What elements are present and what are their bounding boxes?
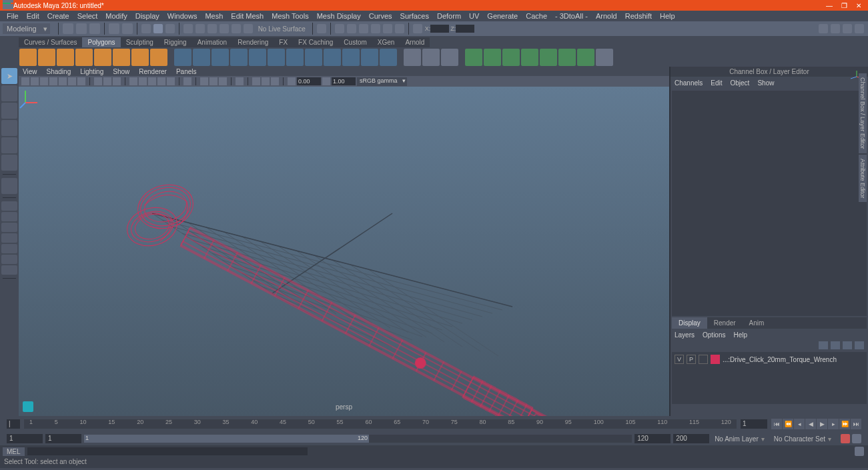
range-end-inner[interactable]: 120 <box>634 434 671 443</box>
vp-gamma2-icon[interactable] <box>322 77 330 85</box>
layer-new-empty-icon[interactable] <box>843 341 852 349</box>
vp-image-plane-icon[interactable] <box>49 77 57 85</box>
sculpt-icon[interactable] <box>558 49 576 66</box>
menu-surfaces[interactable]: Surfaces <box>396 12 433 20</box>
menu-create[interactable]: Create <box>43 12 73 20</box>
rp-tab-show[interactable]: Show <box>757 79 774 87</box>
vp-gamma-input[interactable] <box>332 77 356 85</box>
quad-draw-icon[interactable] <box>521 49 538 66</box>
paint-select-icon[interactable] <box>165 24 175 33</box>
vp-film-gate-icon[interactable] <box>77 77 85 85</box>
vp-gate-mask-icon[interactable] <box>103 77 111 85</box>
layer-opt-options[interactable]: Options <box>703 331 725 339</box>
menu-windows[interactable]: Windows <box>163 12 201 20</box>
two-side-view-icon[interactable] <box>1 223 17 232</box>
next-key-button[interactable]: ▸ <box>828 419 839 429</box>
shelf-tab-fx[interactable]: FX <box>274 37 293 47</box>
shelf-tab-curves-surfaces[interactable]: Curves / Surfaces <box>19 37 82 47</box>
bool-diff-icon[interactable] <box>484 49 501 66</box>
vp-menu-show[interactable]: Show <box>113 68 129 75</box>
snap-grid-icon[interactable] <box>183 24 193 33</box>
vp-ao-icon[interactable] <box>219 77 227 85</box>
workspace-dropdown[interactable]: Modeling <box>3 23 50 34</box>
select-tool[interactable]: ➤ <box>1 68 17 84</box>
panel-layout-icon[interactable] <box>413 24 422 33</box>
lasso-icon[interactable] <box>153 24 163 33</box>
step-back-button[interactable]: ⏪ <box>783 419 793 429</box>
layer-tab-render[interactable]: Render <box>707 317 743 329</box>
menu-edit-mesh[interactable]: Edit Mesh <box>227 12 268 20</box>
menu-display[interactable]: Display <box>131 12 163 20</box>
play-fwd-button[interactable]: ▶ <box>817 419 827 429</box>
layer-opt-layers[interactable]: Layers <box>675 331 695 339</box>
go-end-button[interactable]: ⏭ <box>851 419 861 429</box>
menu-mesh-tools[interactable]: Mesh Tools <box>268 12 312 20</box>
shelf-tab-xgen[interactable]: XGen <box>372 37 400 47</box>
hypershade-icon[interactable] <box>383 24 392 33</box>
vp-bookmark-icon[interactable] <box>40 77 48 85</box>
render-view-icon[interactable] <box>371 24 380 33</box>
layer-playback-toggle[interactable]: P <box>687 355 696 364</box>
vp-textured-icon[interactable] <box>148 77 156 85</box>
vp-exposure-input[interactable] <box>297 77 321 85</box>
poly-sphere-icon[interactable] <box>19 49 37 66</box>
vp-aa-icon[interactable] <box>262 77 270 85</box>
crease-icon[interactable] <box>577 49 594 66</box>
triangulate-icon[interactable] <box>596 49 613 66</box>
menu-arnold[interactable]: Arnold <box>592 12 621 20</box>
menu-cache[interactable]: Cache <box>522 12 551 20</box>
vp-resolution-icon[interactable] <box>94 77 102 85</box>
shelf-tab-fx-caching[interactable]: FX Caching <box>293 37 338 47</box>
select-mode-icon[interactable] <box>141 24 151 33</box>
anim-layer-dropdown[interactable]: No Anim Layer <box>712 435 769 443</box>
side-tab-channel-box[interactable]: Channel Box / Layer Editor <box>859 73 867 153</box>
snap-surface-icon[interactable] <box>232 24 241 33</box>
layer-tab-anim[interactable]: Anim <box>743 317 771 329</box>
save-scene-icon[interactable] <box>89 23 100 34</box>
quick-render-icon[interactable] <box>335 24 344 33</box>
combine-icon[interactable] <box>211 49 229 66</box>
new-scene-icon[interactable] <box>63 23 73 34</box>
vp-2d-icon[interactable] <box>59 77 67 85</box>
shelf-tab-rigging[interactable]: Rigging <box>159 37 192 47</box>
range-thumb[interactable] <box>84 435 369 443</box>
create-poly-icon[interactable] <box>540 49 557 66</box>
close-button[interactable]: ✕ <box>852 1 865 10</box>
history-off-icon[interactable] <box>317 24 326 33</box>
bevel-icon[interactable] <box>286 49 304 66</box>
vp-menu-shading[interactable]: Shading <box>47 68 71 75</box>
bool-union-icon[interactable] <box>465 49 482 66</box>
range-start-outer[interactable]: 1 <box>7 434 43 443</box>
poly-cylinder-icon[interactable] <box>57 49 74 66</box>
svg-icon[interactable] <box>193 49 210 66</box>
vp-xray-joints-icon[interactable] <box>209 77 218 85</box>
layer-move-down-icon[interactable] <box>831 341 840 349</box>
prefs-icon[interactable] <box>852 434 861 443</box>
vp-select-camera-icon[interactable] <box>21 77 29 85</box>
mirror-icon[interactable] <box>422 49 440 66</box>
range-end-outer[interactable]: 200 <box>673 434 709 443</box>
render-settings-icon[interactable] <box>359 24 368 33</box>
extrude-icon[interactable] <box>249 49 266 66</box>
multicut-icon[interactable] <box>305 49 322 66</box>
vp-menu-panels[interactable]: Panels <box>176 68 197 75</box>
outliner-persp-icon[interactable] <box>1 244 17 253</box>
open-scene-icon[interactable] <box>76 23 87 34</box>
layer-color-swatch[interactable] <box>711 355 720 364</box>
separate-icon[interactable] <box>230 49 248 66</box>
vp-lights-icon[interactable] <box>157 77 165 85</box>
tool-settings-icon[interactable] <box>843 24 852 33</box>
rp-tab-edit[interactable]: Edit <box>711 79 722 87</box>
light-editor-icon[interactable] <box>395 24 404 33</box>
undo-icon[interactable] <box>109 23 119 34</box>
menu-mesh-display[interactable]: Mesh Display <box>313 12 365 20</box>
scale-tool[interactable] <box>1 155 17 171</box>
shelf-tab-polygons[interactable]: Polygons <box>82 37 120 47</box>
bool-intersect-icon[interactable] <box>502 49 520 66</box>
layer-name[interactable]: ...:Drive_Click_20mm_Torque_Wrench <box>723 356 837 363</box>
vp-isolate-icon[interactable] <box>183 77 191 85</box>
play-back-button[interactable]: ◀ <box>805 419 816 429</box>
menu-deform[interactable]: Deform <box>433 12 465 20</box>
menu-redshift[interactable]: Redshift <box>621 12 656 20</box>
shelf-tab-custom[interactable]: Custom <box>338 37 372 47</box>
